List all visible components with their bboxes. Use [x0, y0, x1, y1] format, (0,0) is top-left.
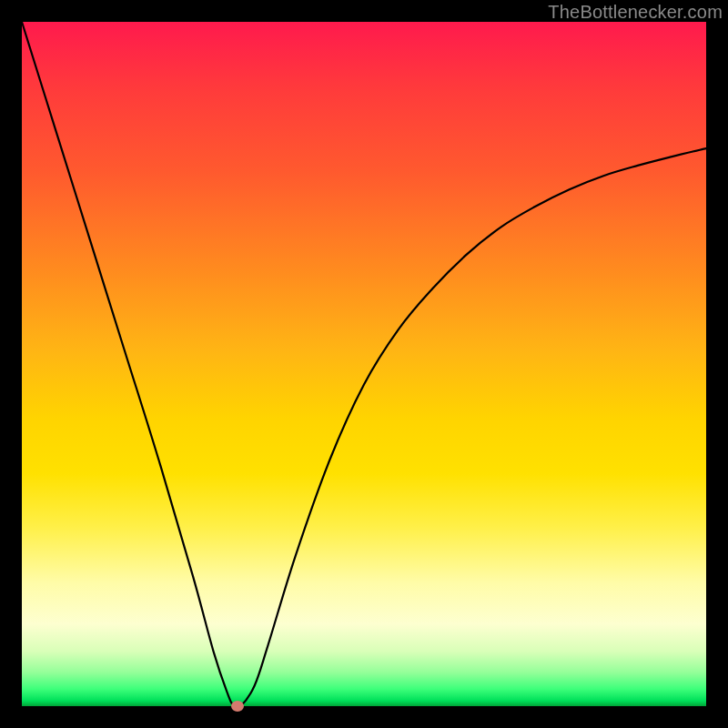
plot-area: [22, 22, 706, 706]
watermark-text: TheBottlenecker.com: [548, 2, 723, 23]
min-marker: [231, 701, 244, 712]
chart-frame: TheBottlenecker.com: [0, 0, 728, 728]
bottleneck-curve: [22, 22, 706, 706]
